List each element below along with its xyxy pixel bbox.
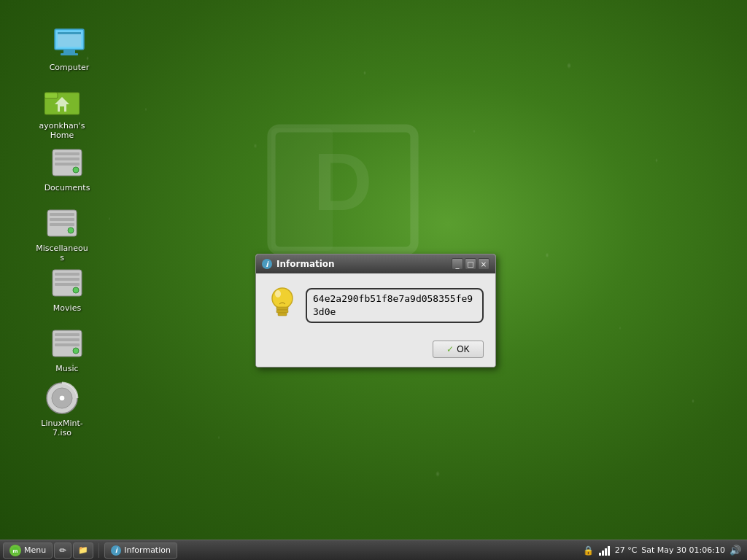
taskbar-middle: i Information <box>101 542 576 559</box>
maximize-button[interactable]: □ <box>465 258 476 270</box>
svg-rect-18 <box>55 163 80 166</box>
svg-rect-47 <box>605 548 607 556</box>
desktop-icon-home[interactable]: ayonkhan's Home <box>33 80 91 143</box>
music-icon-label: Music <box>55 364 78 373</box>
edit-quicklaunch[interactable]: ✏ <box>54 542 71 559</box>
svg-rect-27 <box>55 278 80 281</box>
hash-value: 64e2a290fb51f8e7a9d058355fe93d0e <box>306 288 484 323</box>
svg-point-24 <box>68 228 74 233</box>
miscellaneous-icon-label: Miscellaneous <box>36 244 88 262</box>
lock-icon: 🔒 <box>583 545 595 556</box>
svg-rect-22 <box>50 218 74 221</box>
miscellaneous-drive-icon <box>44 206 80 241</box>
computer-icon <box>52 25 87 60</box>
svg-rect-1 <box>271 128 333 251</box>
svg-rect-45 <box>599 553 601 556</box>
mint-logo-icon: m <box>9 545 21 556</box>
music-drive-icon <box>50 326 85 361</box>
svg-rect-23 <box>50 223 74 226</box>
svg-rect-16 <box>55 152 80 155</box>
lightbulb-icon <box>268 285 297 322</box>
taskbar: m Menu ✏ 📁 i Information <box>0 540 747 560</box>
home-icon-label: ayonkhan's Home <box>36 121 88 140</box>
documents-drive-icon <box>50 145 85 180</box>
svg-rect-48 <box>608 546 610 556</box>
svg-rect-6 <box>63 50 75 53</box>
taskbar-window-label: Information <box>124 545 171 555</box>
movies-icon-label: Movies <box>53 303 81 313</box>
volume-icon[interactable]: 🔊 <box>729 545 741 556</box>
svg-rect-46 <box>602 551 604 556</box>
svg-rect-41 <box>276 310 288 313</box>
svg-point-39 <box>275 290 281 298</box>
svg-rect-28 <box>55 283 80 286</box>
svg-point-29 <box>73 287 79 293</box>
dialog-footer: ✓ OK <box>256 335 495 367</box>
svg-point-34 <box>73 348 79 354</box>
taskbar-left: m Menu ✏ 📁 <box>0 542 96 559</box>
svg-rect-31 <box>55 333 80 336</box>
svg-text:m: m <box>12 548 18 554</box>
svg-rect-17 <box>55 158 80 160</box>
svg-text:D: D <box>314 136 373 228</box>
svg-rect-9 <box>58 32 81 34</box>
checkmark-icon: ✓ <box>446 344 454 354</box>
svg-rect-14 <box>60 106 64 112</box>
svg-point-19 <box>73 167 79 173</box>
taskbar-information-window[interactable]: i Information <box>104 542 177 559</box>
pencil-icon: ✏ <box>59 545 66 556</box>
dialog-content: 64e2a290fb51f8e7a9d058355fe93d0e <box>256 273 495 335</box>
svg-rect-11 <box>44 93 58 98</box>
information-dialog: i Information _ □ × <box>255 254 496 368</box>
menu-label: Menu <box>24 545 46 555</box>
close-button[interactable]: × <box>478 258 489 270</box>
documents-icon-label: Documents <box>44 183 90 192</box>
dialog-title: Information <box>276 259 450 269</box>
desktop-icon-computer[interactable]: Computer <box>40 22 98 75</box>
ok-label: OK <box>457 344 469 354</box>
computer-icon-label: Computer <box>50 63 90 72</box>
files-quicklaunch[interactable]: 📁 <box>73 542 93 559</box>
desktop-icon-linuxmint-iso[interactable]: LinuxMint-7.iso <box>33 378 91 440</box>
network-icon <box>599 545 611 556</box>
svg-point-38 <box>272 288 293 308</box>
folder-quicklaunch-icon: 📁 <box>78 545 88 555</box>
svg-rect-0 <box>271 128 414 251</box>
desktop-icon-documents[interactable]: Documents <box>38 142 96 195</box>
linuxmint-iso-label: LinuxMint-7.iso <box>36 419 88 438</box>
svg-rect-21 <box>50 213 74 216</box>
taskbar-right: 🔒 27 °C Sat May 30 01:06:10 🔊 <box>577 545 747 556</box>
desktop: D Computer <box>0 0 747 560</box>
svg-rect-40 <box>276 307 288 310</box>
minimize-button[interactable]: _ <box>452 258 463 270</box>
svg-rect-42 <box>278 313 287 316</box>
movies-drive-icon <box>50 265 85 300</box>
svg-rect-7 <box>61 53 78 55</box>
svg-point-37 <box>59 395 65 401</box>
svg-rect-33 <box>55 343 80 346</box>
menu-button[interactable]: m Menu <box>3 542 53 559</box>
home-folder-icon <box>44 83 80 118</box>
desktop-icon-movies[interactable]: Movies <box>38 262 96 316</box>
dialog-titlebar[interactable]: i Information _ □ × <box>256 254 495 273</box>
disc-icon <box>44 381 80 416</box>
taskbar-info-icon: i <box>111 545 121 556</box>
svg-rect-32 <box>55 338 80 341</box>
temperature-display: 27 °C <box>615 545 638 555</box>
ok-button[interactable]: ✓ OK <box>433 341 484 358</box>
taskbar-divider <box>98 543 99 558</box>
dialog-title-icon: i <box>262 259 272 269</box>
desktop-icon-miscellaneous[interactable]: Miscellaneous <box>33 203 91 265</box>
datetime-display: Sat May 30 01:06:10 <box>641 545 725 555</box>
svg-rect-26 <box>55 273 80 276</box>
desktop-icon-music[interactable]: Music <box>38 323 96 376</box>
